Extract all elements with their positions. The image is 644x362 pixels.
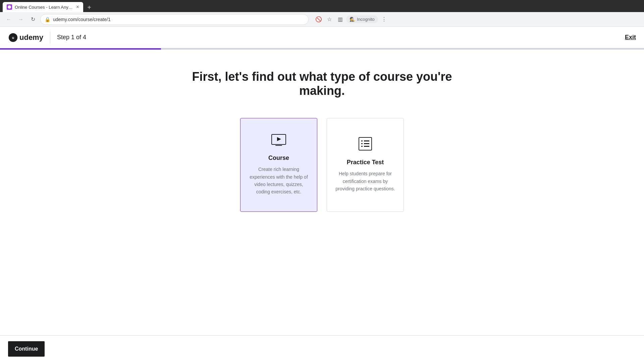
- practice-test-card[interactable]: Practice Test Help students prepare for …: [327, 118, 404, 212]
- practice-test-card-title: Practice Test: [347, 159, 384, 166]
- incognito-label: Incognito: [357, 17, 375, 22]
- browser-tab-bar: Online Courses - Learn Anythin × +: [0, 0, 644, 12]
- incognito-icon: 🕵: [350, 17, 355, 22]
- progress-bar: [0, 48, 644, 50]
- forward-button[interactable]: →: [16, 15, 25, 24]
- reload-button[interactable]: ↻: [28, 15, 38, 24]
- svg-point-0: [8, 5, 11, 9]
- udemy-logo-icon: u: [8, 33, 18, 43]
- svg-rect-9: [361, 143, 363, 144]
- browser-actions: 🚫 ☆ ▥ 🕵 Incognito ⋮: [314, 15, 389, 24]
- no-image-icon[interactable]: 🚫: [314, 15, 323, 24]
- svg-rect-11: [361, 146, 363, 147]
- browser-tab-active[interactable]: Online Courses - Learn Anythin ×: [3, 2, 83, 12]
- tab-favicon: [7, 4, 12, 10]
- new-tab-button[interactable]: +: [85, 3, 94, 12]
- split-view-icon[interactable]: ▥: [335, 15, 345, 24]
- lock-icon: 🔒: [45, 17, 50, 22]
- more-options-button[interactable]: ⋮: [379, 15, 389, 24]
- list-icon: [359, 137, 372, 154]
- back-button[interactable]: ←: [4, 15, 13, 24]
- svg-rect-7: [361, 140, 363, 141]
- browser-controls: ← → ↻ 🔒 udemy.com/course/create/1 🚫 ☆ ▥ …: [0, 12, 644, 27]
- svg-marker-4: [277, 137, 281, 141]
- bookmark-icon[interactable]: ☆: [325, 15, 334, 24]
- logo-text: udemy: [19, 33, 43, 42]
- app-header: u udemy Step 1 of 4 Exit: [0, 27, 644, 48]
- svg-text:u: u: [12, 36, 14, 40]
- continue-button[interactable]: Continue: [8, 341, 45, 357]
- practice-test-card-description: Help students prepare for certification …: [335, 170, 395, 192]
- course-card[interactable]: Course Create rich learning experiences …: [240, 118, 317, 212]
- address-bar[interactable]: 🔒 udemy.com/course/create/1: [40, 14, 309, 25]
- progress-bar-fill: [0, 48, 161, 50]
- url-text: udemy.com/course/create/1: [53, 17, 304, 22]
- svg-rect-12: [364, 146, 369, 147]
- header-divider: [50, 32, 50, 44]
- svg-rect-10: [364, 143, 369, 144]
- step-label: Step 1 of 4: [57, 34, 86, 41]
- tab-title: Online Courses - Learn Anythin: [15, 5, 73, 10]
- cards-container: Course Create rich learning experiences …: [240, 118, 404, 212]
- tab-close-button[interactable]: ×: [76, 4, 79, 10]
- incognito-badge: 🕵 Incognito: [346, 15, 378, 23]
- main-content: First, let's find out what type of cours…: [0, 50, 644, 252]
- play-screen-icon: [271, 134, 286, 149]
- course-card-description: Create rich learning experiences with th…: [249, 166, 309, 196]
- exit-button[interactable]: Exit: [625, 34, 636, 41]
- udemy-logo[interactable]: u udemy: [8, 33, 43, 43]
- svg-rect-8: [364, 140, 369, 141]
- page-heading: First, let's find out what type of cours…: [171, 70, 473, 98]
- course-card-title: Course: [268, 155, 289, 162]
- svg-rect-5: [275, 145, 282, 146]
- footer-bar: Continue: [0, 335, 644, 362]
